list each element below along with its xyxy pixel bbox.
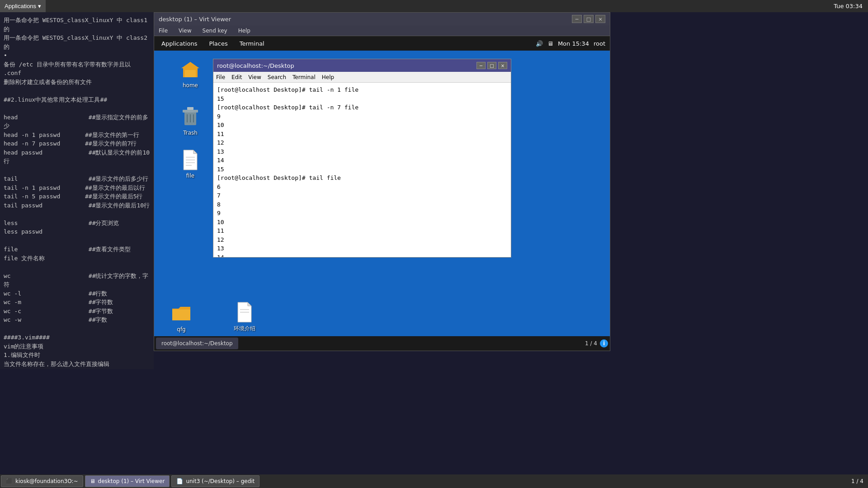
taskbar: ⬛ kiosk@foundation3O:~ 🖥 desktop (1) – V… bbox=[0, 474, 868, 488]
taskbar-virt-icon: 🖥 bbox=[90, 478, 95, 484]
term-line-5: 10 bbox=[217, 121, 507, 130]
term-line-9: 14 bbox=[217, 156, 507, 165]
virt-window-controls: − □ × bbox=[572, 15, 605, 23]
term-line-4: 9 bbox=[217, 112, 507, 121]
taskbar-virt-label: desktop (1) – Virt Viewer bbox=[98, 478, 165, 484]
terminal-menubar: File Edit View Search Terminal Help bbox=[213, 72, 511, 83]
term-menu-file[interactable]: File bbox=[216, 74, 225, 80]
term-menu-search[interactable]: Search bbox=[268, 74, 286, 80]
virt-minimize-btn[interactable]: − bbox=[572, 15, 582, 23]
gnome-topbar: Applications Places Terminal 🔊 🖥 Mon 15:… bbox=[154, 36, 610, 51]
gnome-task-terminal-label: root@localhost:~/Desktop bbox=[161, 340, 233, 347]
qfg-icon-label: qfg bbox=[177, 326, 185, 333]
terminal-close-btn[interactable]: × bbox=[498, 62, 507, 69]
home-icon[interactable]: home bbox=[172, 59, 208, 89]
gnome-terminal-btn[interactable]: Terminal bbox=[237, 39, 267, 48]
taskbar-page: 1 / 4 bbox=[851, 478, 863, 484]
virt-close-btn[interactable]: × bbox=[595, 15, 605, 23]
home-folder-icon bbox=[179, 59, 201, 80]
env-intro-file-icon bbox=[234, 301, 255, 323]
term-line-16: 10 bbox=[217, 218, 507, 227]
editor-content: 用一条命令把 WESTOS_classX_linuxY 中 class1 的 用… bbox=[4, 16, 150, 369]
virt-menu-file[interactable]: File bbox=[157, 27, 170, 35]
file-icon-label: file bbox=[186, 173, 194, 179]
gnome-task-terminal[interactable]: root@localhost:~/Desktop bbox=[156, 338, 238, 349]
terminal-title: root@localhost:~/Desktop bbox=[217, 62, 294, 69]
qfg-icon[interactable]: qfg bbox=[163, 303, 199, 333]
gnome-taskbar: root@localhost:~/Desktop 1 / 4 i bbox=[154, 336, 610, 351]
term-line-12: 6 bbox=[217, 183, 507, 192]
taskbar-gedit-icon: 📄 bbox=[176, 478, 183, 484]
gnome-applications-btn[interactable]: Applications bbox=[159, 39, 200, 48]
svg-rect-3 bbox=[187, 107, 193, 110]
term-menu-help[interactable]: Help bbox=[322, 74, 334, 80]
term-menu-terminal[interactable]: Terminal bbox=[292, 74, 316, 80]
virt-title: desktop (1) – Virt Viewer bbox=[159, 16, 231, 23]
system-time: Tue 03:34 bbox=[834, 3, 863, 9]
editor-panel: 用一条命令把 WESTOS_classX_linuxY 中 class1 的 用… bbox=[0, 12, 154, 369]
term-line-10: 15 bbox=[217, 165, 507, 174]
terminal-window-controls: − □ × bbox=[476, 62, 507, 69]
svg-rect-2 bbox=[183, 110, 198, 113]
term-line-8: 13 bbox=[217, 147, 507, 156]
term-line-11: [root@localhost Desktop]# tail file bbox=[217, 174, 507, 183]
gnome-time: Mon 15:34 bbox=[558, 40, 589, 47]
home-icon-label: home bbox=[183, 82, 198, 89]
applications-arrow: ▾ bbox=[38, 3, 41, 9]
virt-titlebar: desktop (1) – Virt Viewer − □ × bbox=[154, 13, 610, 25]
term-line-3: [root@localhost Desktop]# tail -n 7 file bbox=[217, 103, 507, 112]
term-line-6: 11 bbox=[217, 130, 507, 139]
taskbar-right: 1 / 4 bbox=[851, 478, 868, 484]
gnome-network-icon: 🖥 bbox=[547, 40, 553, 47]
virt-menu-sendkey[interactable]: Send key bbox=[201, 27, 229, 35]
gnome-desktop: Applications Places Terminal 🔊 🖥 Mon 15:… bbox=[154, 36, 610, 351]
term-line-17: 11 bbox=[217, 226, 507, 235]
file-desktop-icon[interactable]: file bbox=[172, 149, 208, 179]
term-line-14: 8 bbox=[217, 200, 507, 209]
gnome-places-btn[interactable]: Places bbox=[206, 39, 230, 48]
virt-maximize-btn[interactable]: □ bbox=[584, 15, 594, 23]
gnome-volume-icon: 🔊 bbox=[536, 40, 543, 47]
trash-desktop-icon[interactable]: Trash bbox=[172, 106, 208, 136]
terminal-content[interactable]: [root@localhost Desktop]# tail -n 1 file… bbox=[213, 83, 511, 257]
taskbar-item-gedit[interactable]: 📄 unit3 (~/Desktop) – gedit bbox=[171, 475, 259, 487]
terminal-minimize-btn[interactable]: − bbox=[476, 62, 486, 69]
taskbar-item-kiosk[interactable]: ⬛ kiosk@foundation3O:~ bbox=[1, 475, 83, 487]
trash-icon-label: Trash bbox=[183, 130, 198, 136]
virt-menu-view[interactable]: View bbox=[177, 27, 193, 35]
term-line-1: [root@localhost Desktop]# tail -n 1 file bbox=[217, 85, 507, 94]
term-line-7: 12 bbox=[217, 138, 507, 147]
top-panel-right: Tue 03:34 bbox=[834, 3, 868, 9]
term-line-13: 7 bbox=[217, 191, 507, 200]
virt-menu-help[interactable]: Help bbox=[236, 27, 252, 35]
taskbar-gedit-label: unit3 (~/Desktop) – gedit bbox=[186, 478, 255, 484]
virt-menubar: File View Send key Help bbox=[154, 25, 610, 36]
gnome-topbar-left: Applications Places Terminal bbox=[159, 39, 267, 48]
terminal-window: root@localhost:~/Desktop − □ × File Edit… bbox=[213, 59, 511, 258]
file-icon bbox=[179, 149, 201, 171]
term-line-19: 13 bbox=[217, 244, 507, 253]
terminal-maximize-btn[interactable]: □ bbox=[487, 62, 496, 69]
env-intro-icon-label: 环境介绍 bbox=[234, 325, 255, 333]
term-line-18: 12 bbox=[217, 235, 507, 244]
term-line-15: 9 bbox=[217, 209, 507, 218]
qfg-folder-icon bbox=[170, 303, 192, 324]
taskbar-item-virt[interactable]: 🖥 desktop (1) – Virt Viewer bbox=[85, 475, 170, 487]
virt-viewer-window: desktop (1) – Virt Viewer − □ × File Vie… bbox=[154, 12, 610, 351]
terminal-titlebar: root@localhost:~/Desktop − □ × bbox=[213, 59, 511, 72]
top-panel: Applications ▾ Tue 03:34 bbox=[0, 0, 868, 12]
top-panel-left: Applications ▾ bbox=[0, 0, 46, 12]
applications-label: Applications bbox=[5, 3, 36, 9]
desktop: Applications ▾ Tue 03:34 用一条命令把 WESTOS_c… bbox=[0, 0, 868, 488]
gnome-user: root bbox=[594, 40, 605, 47]
taskbar-kiosk-label: kiosk@foundation3O:~ bbox=[15, 478, 78, 484]
env-intro-icon[interactable]: 环境介绍 bbox=[226, 301, 263, 333]
gnome-page-indicator: 1 / 4 bbox=[585, 340, 597, 347]
gnome-bottom-icons: qfg 环境介绍 bbox=[163, 301, 263, 333]
gnome-taskbar-right: 1 / 4 i bbox=[585, 339, 608, 347]
svg-rect-11 bbox=[172, 310, 190, 320]
taskbar-terminal-icon: ⬛ bbox=[6, 478, 13, 484]
term-menu-edit[interactable]: Edit bbox=[231, 74, 242, 80]
applications-menu-btn[interactable]: Applications ▾ bbox=[0, 0, 46, 12]
term-menu-view[interactable]: View bbox=[248, 74, 261, 80]
